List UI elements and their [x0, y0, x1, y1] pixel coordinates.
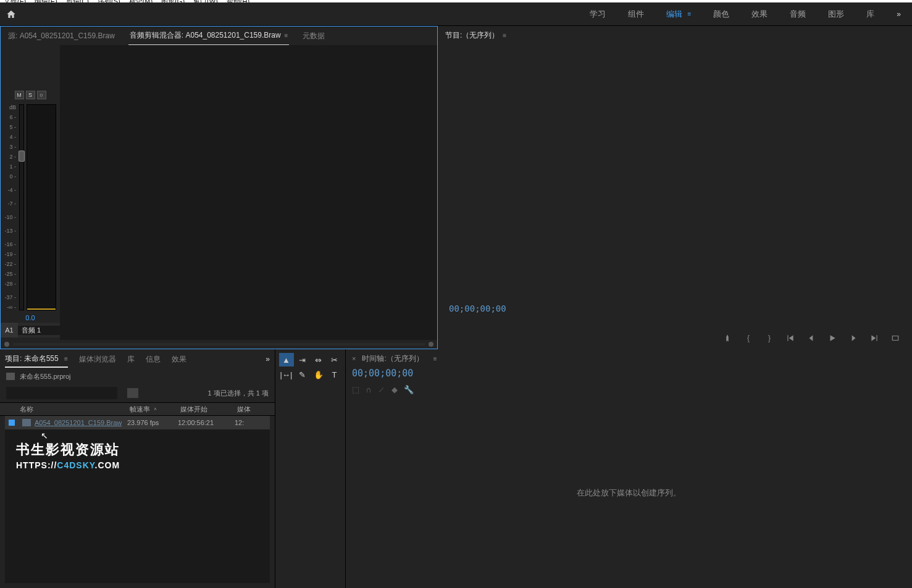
panel-menu-icon[interactable]: ≡ [433, 355, 437, 362]
program-timecode[interactable]: 00;00;00;00 [449, 304, 901, 313]
tab-audio-clip-mixer[interactable]: 音频剪辑混合器: A054_08251201_C159.Braw≡ [128, 27, 290, 46]
menu-window[interactable]: 窗口(W) [193, 0, 218, 2]
list-item[interactable]: A054_08251201_C159.Braw 23.976 fps 12:00… [5, 416, 270, 429]
col-header-name[interactable]: 名称 [0, 405, 130, 414]
menu-help[interactable]: 帮助(H) [227, 0, 249, 2]
tab-media-browser[interactable]: 媒体浏览器 [79, 352, 116, 367]
menu-marker[interactable]: 标记(M) [129, 0, 153, 2]
tl-settings-icon[interactable]: 🔧 [404, 385, 414, 394]
project-list-header: 名称 帧速率＾ 媒体开始 媒体 [0, 402, 275, 416]
folder-icon [6, 373, 15, 380]
db-value[interactable]: 0.0 [1, 313, 60, 323]
export-frame-button[interactable] [890, 333, 901, 344]
item-count-label: 1 项已选择，共 1 项 [208, 389, 269, 398]
mixer-scrollbar[interactable] [1, 340, 437, 349]
sort-asc-icon: ＾ [153, 407, 158, 413]
tl-marker-icon[interactable]: ◆ [391, 385, 398, 394]
selection-tool[interactable]: ▲ [279, 353, 294, 366]
project-panel: 项目: 未命名555 ≡ 媒体浏览器 库 信息 效果 » 未命名555.prpr… [0, 349, 275, 588]
record-button[interactable]: ○ [37, 91, 46, 99]
ripple-edit-tool[interactable]: ⇔ [311, 353, 326, 366]
fader-handle[interactable] [19, 151, 25, 162]
timeline-title: 时间轴:（无序列） [362, 354, 423, 364]
mixer-track-a1: M S ○ dB 6 - 5 - 4 - 3 - 2 - 1 - 0 - [1, 45, 60, 340]
menu-edit[interactable]: 编辑(E) [35, 0, 57, 2]
project-list-body[interactable]: A054_08251201_C159.Braw 23.976 fps 12:00… [5, 416, 270, 583]
watermark-url: HTTPS://C4DSKY.COM [16, 460, 120, 470]
clip-name[interactable]: A054_08251201_C159.Braw [35, 419, 127, 426]
scroll-track[interactable] [13, 343, 425, 346]
top-toolbar: 学习 组件 编辑 颜色 效果 音频 图形 库 » [0, 2, 912, 26]
razor-tool[interactable]: ✂ [327, 353, 342, 366]
workspace-tabs: 学习 组件 编辑 颜色 效果 音频 图形 库 » [579, 2, 912, 26]
tl-linked-icon[interactable]: ⟋ [377, 385, 385, 394]
source-monitor-panel: 源: A054_08251201_C159.Braw 音频剪辑混合器: A054… [0, 26, 438, 349]
panel-menu-icon[interactable]: ≡ [285, 32, 288, 39]
ws-more-button[interactable]: » [885, 10, 912, 19]
menu-graphics[interactable]: 图形(G) [161, 0, 185, 2]
search-input[interactable] [6, 387, 117, 399]
slip-tool[interactable]: |↔| [279, 368, 294, 381]
tl-snap-icon[interactable]: ∩ [366, 385, 371, 394]
tab-source[interactable]: 源: A054_08251201_C159.Braw [7, 27, 116, 45]
row-checkbox[interactable] [5, 420, 19, 426]
menu-clip[interactable]: 剪辑(C) [66, 0, 89, 2]
watermark: 书生影视资源站 HTTPS://C4DSKY.COM [16, 441, 120, 470]
clip-start: 12:00:56:21 [178, 419, 235, 426]
tl-insert-icon[interactable]: ⬚ [352, 385, 359, 394]
timeline-drop-area[interactable]: 在此处放下媒体以创建序列。 [346, 397, 912, 588]
project-tabs-more[interactable]: » [266, 355, 270, 363]
tab-program[interactable]: 节目:（无序列）≡ [444, 27, 508, 44]
home-icon [6, 9, 16, 19]
cursor-icon: ↖ [41, 431, 48, 441]
pen-tool[interactable]: ✎ [295, 368, 310, 381]
tab-effects[interactable]: 效果 [172, 352, 186, 367]
fader-track[interactable] [19, 104, 24, 310]
ws-tab-color[interactable]: 颜色 [702, 2, 740, 26]
project-file-name: 未命名555.prproj [20, 372, 71, 381]
step-forward-button[interactable] [848, 333, 859, 344]
track-name[interactable]: 音频 1 [18, 326, 60, 335]
tab-metadata[interactable]: 元数据 [301, 27, 326, 45]
col-header-fps[interactable]: 帧速率＾ [130, 405, 180, 414]
col-header-end[interactable]: 媒体 [237, 405, 275, 414]
tools-panel: ▲ ⇥ ⇔ ✂ |↔| ✎ ✋ T [275, 349, 346, 588]
mark-in-button[interactable]: { [743, 333, 754, 344]
panel-menu-icon[interactable]: ≡ [503, 32, 506, 39]
scroll-left-icon[interactable] [4, 342, 9, 347]
scroll-right-icon[interactable] [429, 342, 433, 347]
menu-sequence[interactable]: 序列(S) [98, 0, 120, 2]
ws-tab-library[interactable]: 库 [855, 2, 885, 26]
go-to-in-button[interactable] [785, 333, 796, 344]
type-tool[interactable]: T [327, 368, 342, 381]
db-scale: dB 6 - 5 - 4 - 3 - 2 - 1 - 0 - -4 - -7 - [3, 104, 56, 310]
solo-button[interactable]: S [26, 91, 35, 99]
hand-tool[interactable]: ✋ [311, 368, 326, 381]
tab-project[interactable]: 项目: 未命名555 ≡ [5, 351, 68, 368]
ws-tab-assembly[interactable]: 组件 [617, 2, 655, 26]
track-select-tool[interactable]: ⇥ [295, 353, 310, 366]
tab-info[interactable]: 信息 [146, 352, 161, 367]
timeline-timecode[interactable]: 00;00;00;00 [346, 368, 912, 381]
tab-library[interactable]: 库 [127, 352, 135, 367]
go-to-out-button[interactable] [869, 333, 880, 344]
track-label-row: A1 音频 1 [1, 323, 60, 337]
ws-tab-edit[interactable]: 编辑 [655, 2, 702, 26]
mute-button[interactable]: M [15, 91, 24, 99]
ws-tab-graphics[interactable]: 图形 [817, 2, 855, 26]
ws-tab-effects[interactable]: 效果 [740, 2, 779, 26]
step-back-button[interactable] [806, 333, 817, 344]
mark-out-button[interactable]: } [764, 333, 775, 344]
timeline-close-icon[interactable]: × [352, 355, 356, 362]
play-button[interactable] [827, 333, 838, 344]
audio-meter [27, 104, 56, 310]
ws-tab-learn[interactable]: 学习 [579, 2, 617, 26]
ws-tab-audio[interactable]: 音频 [779, 2, 817, 26]
bottom-area: 项目: 未命名555 ≡ 媒体浏览器 库 信息 效果 » 未命名555.prpr… [0, 349, 912, 588]
project-breadcrumb[interactable]: 未命名555.prproj [0, 369, 275, 384]
col-header-start[interactable]: 媒体开始 [180, 405, 237, 414]
new-bin-button[interactable] [127, 388, 138, 398]
program-monitor-panel: 节目:（无序列）≡ 00;00;00;00 { } [438, 26, 912, 349]
home-button[interactable] [0, 2, 22, 26]
add-marker-button[interactable] [722, 333, 733, 344]
